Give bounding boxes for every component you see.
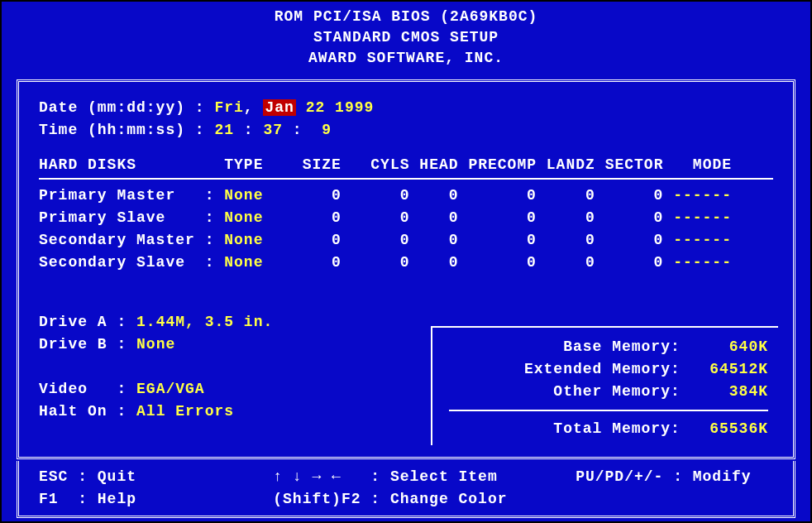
mem-total: Total Memory: 65536K — [449, 418, 768, 440]
disk-name: Secondary Slave — [39, 254, 195, 271]
time-ss[interactable]: 9 — [312, 122, 332, 138]
disk-mode[interactable]: ------ — [673, 254, 732, 271]
col-size: SIZE — [303, 156, 342, 173]
footer-help: ESC : Quit ↑ ↓ → ← : Select Item PU/PD/+… — [17, 461, 795, 518]
time-mm[interactable]: 37 — [263, 122, 283, 138]
disk-name: Primary Master — [39, 187, 195, 204]
key-modify: PU/PD/+/- : Modify — [576, 468, 751, 485]
date-row: Date (mm:dd:yy) : Fri, Jan 22 1999 — [39, 97, 773, 119]
disk-values: 0 0 0 0 0 0 — [263, 232, 673, 248]
col-sector: SECTOR — [605, 156, 664, 173]
mem-divider — [449, 410, 768, 411]
disk-type[interactable]: None — [224, 254, 263, 271]
disk-table-header: HARD DISKS TYPE SIZE CYLS HEAD PRECOMP L… — [39, 156, 773, 173]
bios-screen: ROM PCI/ISA BIOS (2A69KB0C) STANDARD CMO… — [2, 2, 810, 521]
col-cyls: CYLS — [370, 156, 409, 173]
col-type: TYPE — [224, 156, 263, 173]
disk-row-0[interactable]: Primary Master : None 0 0 0 0 0 0 ------ — [39, 185, 773, 207]
date-day[interactable]: Fri — [214, 99, 243, 116]
disk-type[interactable]: None — [224, 187, 263, 204]
col-landz: LANDZ — [547, 156, 595, 173]
disk-row-2[interactable]: Secondary Master : None 0 0 0 0 0 0 ----… — [39, 229, 773, 252]
disk-values: 0 0 0 0 0 0 — [263, 209, 673, 226]
disk-type[interactable]: None — [224, 232, 263, 248]
disk-name: Secondary Master — [39, 232, 195, 248]
drive-a-value[interactable]: 1.44M, 3.5 in. — [136, 314, 273, 330]
disk-row-1[interactable]: Primary Slave : None 0 0 0 0 0 0 ------ — [39, 207, 773, 229]
key-shiftf2: (Shift)F2 : Change Color — [273, 491, 507, 507]
video-label: Video : — [39, 381, 136, 397]
col-precomp: PRECOMP — [468, 156, 537, 173]
mem-base: Base Memory: 640K — [449, 336, 768, 358]
disk-type[interactable]: None — [224, 209, 263, 226]
date-year[interactable]: 1999 — [335, 99, 374, 116]
drive-b-value[interactable]: None — [136, 336, 175, 353]
key-f1: F1 : Help — [39, 491, 136, 507]
time-label: Time (hh:mm:ss) : — [39, 122, 214, 138]
video-value[interactable]: EGA/VGA — [136, 381, 205, 397]
memory-panel: Base Memory: 640K Extended Memory: 64512… — [431, 326, 778, 445]
disk-name: Primary Slave — [39, 209, 195, 226]
disk-row-3[interactable]: Secondary Slave : None 0 0 0 0 0 0 -----… — [39, 252, 773, 274]
halt-value[interactable]: All Errors — [136, 403, 234, 420]
disk-mode[interactable]: ------ — [673, 187, 732, 204]
divider-top — [39, 178, 773, 180]
col-mode: MODE — [693, 156, 732, 173]
disk-values: 0 0 0 0 0 0 — [263, 187, 673, 204]
date-daynum[interactable]: 22 — [306, 99, 326, 116]
bios-header: ROM PCI/ISA BIOS (2A69KB0C) STANDARD CMO… — [2, 2, 810, 70]
mem-extended: Extended Memory: 64512K — [449, 358, 768, 381]
header-line-1: ROM PCI/ISA BIOS (2A69KB0C) — [2, 7, 810, 27]
time-hh[interactable]: 21 — [214, 122, 234, 138]
header-line-2: STANDARD CMOS SETUP — [2, 27, 810, 48]
date-month-selected[interactable]: Jan — [263, 99, 295, 116]
col-harddisks: HARD DISKS — [39, 156, 136, 173]
drive-b-label: Drive B : — [39, 336, 136, 353]
mem-other: Other Memory: 384K — [449, 381, 768, 403]
disk-values: 0 0 0 0 0 0 — [263, 254, 673, 271]
key-esc: ESC : Quit — [39, 468, 136, 485]
header-line-3: AWARD SOFTWARE, INC. — [2, 48, 810, 69]
drive-a-label: Drive A : — [39, 314, 136, 330]
disk-mode[interactable]: ------ — [673, 209, 732, 226]
halt-label: Halt On : — [39, 403, 136, 420]
main-panel: Date (mm:dd:yy) : Fri, Jan 22 1999 Time … — [17, 79, 795, 459]
col-head: HEAD — [419, 156, 458, 173]
time-row: Time (hh:mm:ss) : 21 : 37 : 9 — [39, 119, 773, 142]
disk-mode[interactable]: ------ — [673, 232, 732, 248]
date-label: Date (mm:dd:yy) : — [39, 99, 214, 116]
key-arrows: ↑ ↓ → ← : Select Item — [273, 468, 497, 485]
